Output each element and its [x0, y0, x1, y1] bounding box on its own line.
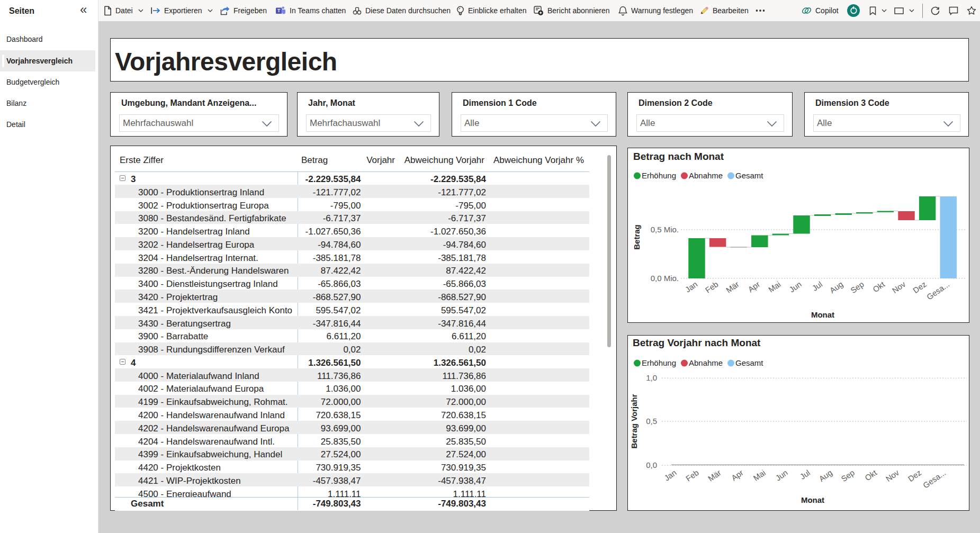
svg-text:Sep: Sep: [839, 468, 856, 483]
svg-text:Gesamt: Gesamt: [735, 358, 763, 367]
svg-text:Feb: Feb: [684, 468, 700, 483]
svg-text:Erhöhung: Erhöhung: [642, 171, 676, 180]
svg-text:Gesa...: Gesa...: [921, 468, 947, 490]
svg-text:Monat: Monat: [811, 310, 834, 319]
svg-text:Apr: Apr: [746, 279, 761, 294]
svg-text:Betrag Vorjahr: Betrag Vorjahr: [630, 394, 639, 448]
svg-text:Abnahme: Abnahme: [689, 171, 723, 180]
svg-text:Dez: Dez: [906, 468, 923, 483]
svg-text:Apr: Apr: [730, 468, 745, 482]
svg-text:Aug: Aug: [817, 468, 834, 483]
svg-text:Betrag nach Monat: Betrag nach Monat: [633, 151, 724, 162]
svg-text:Mai: Mai: [767, 279, 783, 294]
svg-text:Okt: Okt: [863, 468, 879, 483]
svg-text:Mai: Mai: [751, 468, 767, 483]
svg-text:Abnahme: Abnahme: [689, 358, 723, 367]
svg-text:Betrag: Betrag: [632, 224, 641, 250]
svg-text:Aug: Aug: [828, 279, 845, 295]
svg-text:0,5 Mio.: 0,5 Mio.: [651, 225, 679, 234]
svg-text:Erhöhung: Erhöhung: [642, 358, 676, 367]
svg-text:Jan: Jan: [662, 468, 678, 483]
svg-text:Sep: Sep: [849, 279, 866, 295]
svg-text:Jun: Jun: [787, 279, 803, 294]
svg-text:Jul: Jul: [811, 279, 824, 293]
svg-text:Gesamt: Gesamt: [735, 171, 763, 180]
svg-text:0,0: 0,0: [646, 460, 657, 469]
svg-text:Gesa...: Gesa...: [925, 279, 951, 302]
svg-text:Monat: Monat: [801, 495, 824, 504]
svg-text:Jun: Jun: [774, 468, 789, 483]
svg-text:Nov: Nov: [884, 468, 901, 484]
svg-text:Okt: Okt: [871, 279, 887, 294]
svg-text:Mär: Mär: [724, 279, 741, 295]
svg-text:Jul: Jul: [798, 468, 812, 481]
svg-text:Nov: Nov: [891, 279, 907, 295]
svg-text:0,0 Mio.: 0,0 Mio.: [651, 274, 679, 283]
svg-text:0,5: 0,5: [646, 417, 657, 426]
svg-text:Feb: Feb: [704, 279, 720, 295]
svg-text:T: T: [277, 8, 281, 13]
svg-text:Dez: Dez: [911, 279, 928, 295]
svg-text:1,0: 1,0: [646, 373, 657, 382]
svg-text:Jan: Jan: [684, 279, 699, 294]
svg-text:Mär: Mär: [706, 468, 723, 483]
svg-text:Betrag Vorjahr nach Monat: Betrag Vorjahr nach Monat: [633, 337, 761, 348]
